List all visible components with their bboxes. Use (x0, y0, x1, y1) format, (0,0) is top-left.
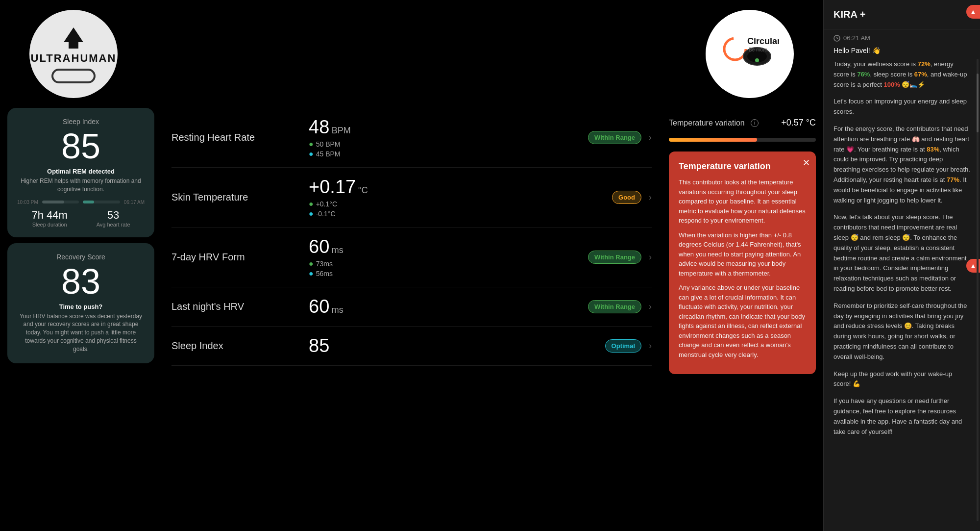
content-area: Sleep Index 85 Optimal REM detected High… (0, 108, 823, 531)
temperature-popup: ✕ Temperature variation This contributor… (669, 152, 816, 374)
metric-skin-temp-value-area: +0.17 °C ● +0.1°C ● -0.1°C (309, 177, 612, 218)
kira-para4: Now, let's talk about your sleep score. … (833, 212, 970, 294)
svg-point-1 (724, 38, 746, 60)
scrollbar-track[interactable] (977, 59, 979, 521)
middle-metrics: Resting Heart Rate 48 BPM ● 50 BPM ● 45 … (162, 108, 662, 531)
metric-resting-hr[interactable]: Resting Heart Rate 48 BPM ● 50 BPM ● 45 … (172, 108, 652, 168)
clock-icon (833, 35, 840, 42)
metric-skin-temp[interactable]: Skin Temperature +0.17 °C ● +0.1°C ● -0.… (172, 168, 652, 228)
metric-skin-temp-sub2: ● -0.1°C (309, 209, 612, 218)
kira-para6: Keep up the good work with your wake-up … (833, 369, 970, 390)
circular-logo: Circular Be more. (706, 10, 794, 98)
temp-bar (669, 138, 816, 142)
metric-hrv-form-subs: ● 73ms ● 56ms (309, 259, 588, 278)
sleep-duration-stat: 7h 44m Sleep duration (31, 209, 67, 228)
metric-hrv-form-sub1: ● 73ms (309, 259, 588, 268)
sleep-progress-row: 10:03 PM 06:17 AM (17, 200, 145, 205)
metric-last-hrv-title: Last night's HRV (172, 301, 309, 312)
temp-popup-para3: Any variance above or under your baselin… (679, 283, 806, 359)
recovery-score-label: Recovery Score (17, 253, 145, 261)
metric-sleep-index-badge: Optimal (605, 339, 641, 353)
kira-para1: Today, your wellness score is 72%, energ… (833, 59, 970, 90)
metric-sleep-index-main: 85 (309, 335, 329, 356)
kira-sidebar: ▲ KIRA + 06:21 AM Hello Pavel! 👋 Today, … (823, 0, 980, 531)
kira-para2: Let's focus on improving your energy and… (833, 97, 970, 117)
temp-header: Temperature variation i +0.57 °C (662, 108, 823, 138)
temp-bar-container (662, 138, 823, 147)
sleep-start-time: 10:03 PM (17, 200, 38, 205)
circular-brand-icon: Circular Be more. (720, 34, 779, 74)
kira-time: 06:21 AM (824, 29, 980, 47)
sleep-index-subtitle: Optimal REM detected (17, 168, 145, 175)
metric-hrv-form[interactable]: 7-day HRV Form 60 ms ● 73ms ● 56ms Withi… (172, 228, 652, 287)
sleep-index-label: Sleep Index (17, 118, 145, 126)
logos-row: ULTRAHUMAN Circular Be more. (0, 0, 823, 108)
ultrahuman-text: ULTRAHUMAN (31, 52, 117, 65)
sleep-progress-bar (42, 201, 79, 203)
temp-label-text: Temperature variation (669, 119, 745, 127)
metric-last-hrv-value-area: 60 ms (309, 296, 588, 317)
top-alert-badge: ▲ (966, 5, 980, 19)
temp-popup-title: Temperature variation (679, 161, 806, 172)
sleep-duration-value: 7h 44m (31, 209, 67, 222)
metric-skin-temp-unit: °C (358, 185, 368, 195)
metric-resting-hr-unit: BPM (332, 126, 351, 135)
metric-resting-hr-subs: ● 50 BPM ● 45 BPM (309, 140, 588, 158)
metric-resting-hr-badge: Within Range (588, 131, 641, 144)
metric-last-hrv[interactable]: Last night's HRV 60 ms Within Range › (172, 287, 652, 327)
kira-header: KIRA + (824, 0, 980, 29)
metric-hrv-form-title: 7-day HRV Form (172, 252, 309, 263)
right-panel: Temperature variation i +0.57 °C ✕ Tempe… (662, 108, 823, 531)
sleep-stats-row: 7h 44m Sleep duration 53 Avg heart rate (17, 209, 145, 228)
metric-hrv-form-unit: ms (332, 245, 343, 255)
metric-resting-hr-sub2: ● 45 BPM (309, 150, 588, 158)
kira-greeting: Hello Pavel! 👋 (833, 47, 970, 54)
metric-resting-hr-chevron: › (649, 132, 652, 143)
temp-label-row: Temperature variation i (669, 119, 759, 127)
ultrahuman-logo: ULTRAHUMAN (29, 10, 118, 98)
temp-popup-para1: This contributor looks at the temperatur… (679, 177, 806, 226)
metric-sleep-index[interactable]: Sleep Index 85 Optimal › (172, 327, 652, 366)
main-area: ULTRAHUMAN Circular Be more. Sleep Index (0, 0, 823, 531)
metric-hrv-form-chevron: › (649, 252, 652, 262)
metric-skin-temp-chevron: › (649, 192, 652, 202)
sleep-hr-label: Avg heart rate (97, 222, 130, 228)
metric-last-hrv-unit: ms (332, 305, 343, 315)
svg-text:Be more.: Be more. (749, 47, 769, 52)
sleep-index-value: 85 (17, 128, 145, 164)
metric-resting-hr-title: Resting Heart Rate (172, 132, 309, 143)
kira-para3: For the energy score, the contributors t… (833, 124, 970, 205)
temp-bar-fill (669, 138, 757, 142)
svg-marker-0 (64, 27, 83, 49)
svg-point-4 (755, 58, 759, 62)
sleep-index-description: Higher REM helps with memory formation a… (17, 177, 145, 194)
metric-hrv-form-main: 60 (309, 236, 329, 257)
kira-title: KIRA + (833, 9, 865, 20)
temp-value: +0.57 °C (781, 118, 816, 128)
kira-time-value: 06:21 AM (843, 34, 870, 42)
metric-last-hrv-main: 60 (309, 296, 329, 317)
sleep-progress-bar2 (83, 201, 120, 203)
temp-info-icon[interactable]: i (751, 119, 759, 127)
sleep-hr-stat: 53 Avg heart rate (97, 209, 130, 228)
metric-skin-temp-title: Skin Temperature (172, 192, 309, 203)
scrollbar-thumb[interactable] (977, 74, 979, 132)
metric-last-hrv-chevron: › (649, 302, 652, 312)
metric-skin-temp-sub1: ● +0.1°C (309, 200, 612, 208)
metric-sleep-index-title: Sleep Index (172, 340, 309, 352)
metric-hrv-form-badge: Within Range (588, 251, 641, 264)
metric-sleep-index-value-area: 85 (309, 335, 605, 356)
ultrahuman-arrow-icon (61, 25, 86, 50)
metric-skin-temp-badge: Good (612, 191, 641, 204)
svg-line-9 (837, 38, 838, 39)
metric-last-hrv-badge: Within Range (588, 300, 641, 313)
kira-para5: Remember to prioritize self-care through… (833, 301, 970, 362)
metric-resting-hr-sub1: ● 50 BPM (309, 140, 588, 149)
temp-popup-close-button[interactable]: ✕ (803, 157, 810, 168)
metric-skin-temp-subs: ● +0.1°C ● -0.1°C (309, 200, 612, 218)
metric-hrv-form-value-area: 60 ms ● 73ms ● 56ms (309, 236, 588, 278)
temp-popup-para2: When the variation is higher than +/- 0.… (679, 230, 806, 278)
metric-resting-hr-value-area: 48 BPM ● 50 BPM ● 45 BPM (309, 117, 588, 158)
metric-skin-temp-main: +0.17 (309, 177, 356, 197)
svg-text:Circular: Circular (747, 36, 779, 46)
